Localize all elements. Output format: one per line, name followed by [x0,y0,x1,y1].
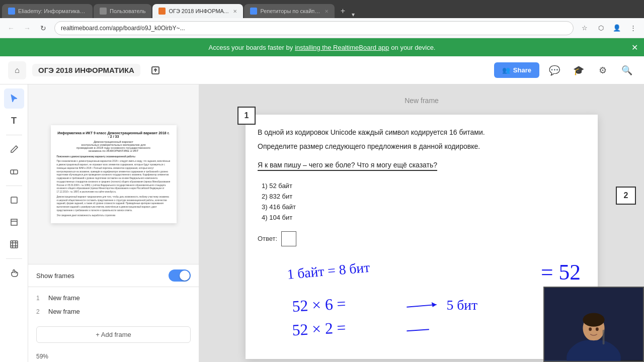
share-icon: 👥 [502,66,510,74]
frame-name-1: New frame [48,294,80,302]
svg-text:1 байт = 8 бит: 1 байт = 8 бит [286,259,370,282]
svg-text:= 52: = 52 [541,260,581,284]
svg-point-25 [596,327,599,331]
search-button[interactable]: 🔍 [618,61,636,79]
show-frames-row: Show frames [28,264,199,287]
bookmarks-button[interactable]: ☆ [578,21,592,35]
question-line2: Определите размер следующего предложения… [258,141,586,152]
answer-row: Ответ: [258,231,586,246]
back-button[interactable]: ← [4,21,18,35]
frame-list: 1 New frame 2 New frame [28,287,199,322]
app-content: T [0,84,644,362]
frame-title-label: New frame [405,97,439,105]
app: ⌂ ОГЭ 2018 ИНФОРМАТИКА 👥 Share 💬 🎓 ⚙ 🔍 [0,56,644,362]
url-text: realtimeboard.com/app/board/o9J_k0OirbY~… [61,25,185,32]
question-sentence: Я к вам пишу – чего же боле? Что я могу … [258,161,437,171]
frame-num-2: 2 [36,308,44,315]
svg-line-18 [407,329,429,331]
banner-install-link[interactable]: installing the RealtimeBoard app [295,44,389,51]
preview-document: Информатика и ИКТ 9 класс Демонстрационн… [51,125,177,224]
layers-button[interactable]: 🎓 [570,61,588,79]
tool-eraser[interactable] [4,161,24,182]
show-frames-label: Show frames [36,272,74,280]
answer-options: 1) 52 байт 2) 832 бит 3) 416 байт 4) 104… [258,182,586,221]
frame-num-1: 1 [36,295,44,302]
browser-chrome: Eliademy: Информатика - с... Пользовател… [0,0,644,38]
forward-button[interactable]: → [20,21,34,35]
frame2-badge: 2 [616,187,636,205]
svg-rect-5 [11,219,17,225]
tab-oge[interactable]: ОГЭ 2018 ИНФОРМАТИ... ✕ [152,4,243,18]
video-overlay [543,287,644,362]
sidebar-preview[interactable]: Информатика и ИКТ 9 класс Демонстрационн… [28,84,199,264]
handwriting-svg: 1 байт = 8 бит 52 × 6 = 5 бит 52 × 2 = [258,254,586,345]
home-button[interactable]: ⌂ [8,61,26,79]
share-button[interactable]: 👥 Share [494,62,539,78]
option-2: 2) 832 бит [258,193,586,200]
reload-button[interactable]: ↻ [36,21,50,35]
upload-button[interactable] [146,61,165,79]
answer-box[interactable] [281,231,296,246]
frame-name-2: New frame [48,308,80,315]
handwritten-area: 1 байт = 8 бит 52 × 6 = 5 бит 52 × 2 = [258,254,586,347]
svg-rect-7 [11,241,18,248]
profile-button[interactable]: 👤 [610,21,624,35]
tool-pen[interactable] [4,139,24,159]
svg-line-14 [407,305,436,307]
svg-rect-2 [11,170,18,174]
svg-text:52 × 2 =: 52 × 2 = [292,319,346,339]
tool-sticky[interactable] [4,212,24,232]
show-frames-toggle[interactable] [169,269,191,282]
add-frame-button[interactable]: + Add frame [36,326,191,343]
settings-button[interactable]: ⚙ [594,61,612,79]
svg-text:52 × 6 =: 52 × 6 = [292,295,346,315]
install-banner: Access your boards faster by installing … [0,38,644,56]
canvas-area: New frame 2 1 В одной из кодировок Unico… [199,84,644,362]
frame-number-badge: 1 [237,107,256,125]
tab-eliademy[interactable]: Eliademy: Информатика - с... [2,4,93,18]
option-1: 1) 52 байт [258,182,586,190]
tab-user[interactable]: Пользователь [94,4,151,18]
address-bar[interactable]: realtimeboard.com/app/board/o9J_k0OirbY~… [54,21,574,35]
option-4: 4) 104 бит [258,214,586,221]
new-tab-button[interactable]: + [336,4,350,18]
banner-close-button[interactable]: ✕ [631,43,638,52]
svg-text:5 бит: 5 бит [446,297,477,313]
zoom-indicator: 59% [28,349,199,362]
svg-point-23 [583,313,604,326]
left-toolbar: T [0,84,28,362]
answer-label: Ответ: [258,235,277,242]
app-header: ⌂ ОГЭ 2018 ИНФОРМАТИКА 👥 Share 💬 🎓 ⚙ 🔍 [0,56,644,84]
tool-text[interactable]: T [4,111,24,131]
tool-hand[interactable] [4,263,24,283]
board-title: ОГЭ 2018 ИНФОРМАТИКА [32,64,140,76]
svg-rect-4 [11,197,17,203]
svg-marker-15 [432,302,437,307]
frame-item-2[interactable]: 2 New frame [36,305,191,318]
sidebar: Информатика и ИКТ 9 класс Демонстрационн… [28,84,199,362]
banner-text-suffix: on your device. [391,44,435,51]
comments-button[interactable]: 💬 [545,61,564,79]
frame-item-1[interactable]: 1 New frame [36,291,191,305]
option-3: 3) 416 байт [258,203,586,211]
video-person [544,288,643,361]
tool-frame[interactable] [4,234,24,254]
tab-overflow-button[interactable]: ▾ [350,11,357,18]
person-silhouette-svg [544,287,643,361]
banner-text-prefix: Access your boards faster by [209,44,293,51]
tool-shapes[interactable] [4,190,24,210]
question-line1: В одной из кодировок Unicode каждый симв… [258,127,586,138]
extensions-button[interactable]: ⬡ [594,21,608,35]
svg-rect-26 [603,330,605,344]
tab-tutor[interactable]: Репетиторы по скайпу в Р... ✕ [244,4,335,18]
menu-button[interactable]: ⋮ [626,21,640,35]
browser-tabs: Eliademy: Информатика - с... Пользовател… [0,0,644,18]
tool-cursor[interactable] [4,88,24,109]
svg-point-24 [589,327,592,331]
browser-toolbar: ← → ↻ realtimeboard.com/app/board/o9J_k0… [0,18,644,38]
